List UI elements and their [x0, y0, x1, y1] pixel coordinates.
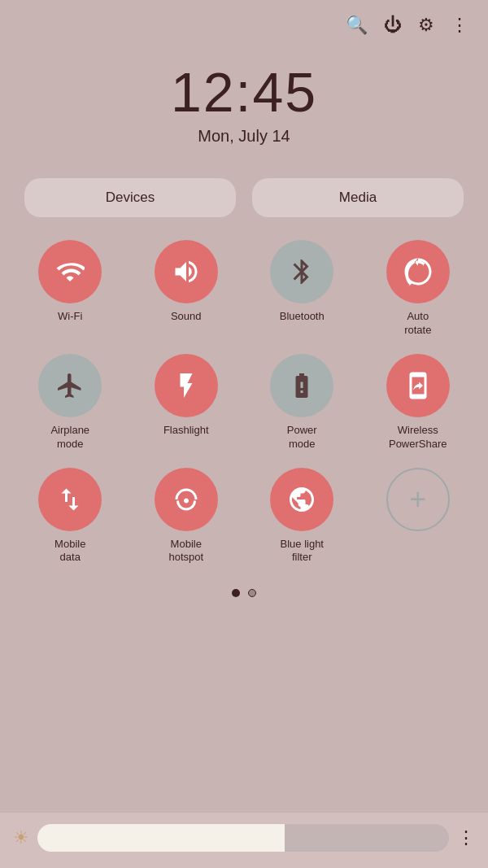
bluetooth-label: Bluetooth	[280, 310, 325, 324]
mobiledata-circle	[38, 468, 102, 531]
power-icon[interactable]: ⏻	[384, 15, 402, 36]
brightness-bar: ☀ ⋮	[0, 813, 488, 868]
autorotate-label: Autorotate	[404, 310, 431, 338]
wifi-label: Wi-Fi	[58, 310, 82, 324]
plus-icon: +	[409, 485, 426, 514]
clock-date: Mon, July 14	[0, 127, 488, 146]
page-dots	[0, 589, 488, 597]
clock-time: 12:45	[0, 60, 488, 124]
toggle-wireless[interactable]: WirelessPowerShare	[364, 354, 473, 451]
bluelight-label: Blue lightfilter	[281, 538, 324, 565]
toggle-airplane[interactable]: Airplanemode	[16, 354, 124, 451]
clock-section: 12:45 Mon, July 14	[0, 60, 488, 146]
airplane-circle	[38, 354, 102, 417]
toggle-bluetooth[interactable]: Bluetooth	[248, 240, 356, 338]
dot-1[interactable]	[232, 589, 240, 597]
brightness-fill	[37, 824, 285, 852]
toggle-mobiledata[interactable]: Mobiledata	[16, 468, 124, 565]
toggle-powermode[interactable]: Powermode	[248, 354, 356, 451]
toggle-wifi[interactable]: Wi-Fi	[16, 240, 124, 338]
media-button[interactable]: Media	[252, 178, 464, 217]
toggle-add[interactable]: +	[364, 468, 473, 565]
wireless-circle	[386, 354, 450, 417]
brightness-unfill	[285, 824, 449, 852]
toggle-bluelight[interactable]: Blue lightfilter	[248, 468, 356, 565]
top-icons-bar: 🔍 ⏻ ⚙ ⋮	[0, 0, 488, 36]
more-icon[interactable]: ⋮	[451, 15, 468, 36]
toggle-autorotate[interactable]: Autorotate	[364, 240, 473, 338]
flashlight-label: Flashlight	[163, 424, 209, 438]
powermode-label: Powermode	[287, 424, 317, 451]
dot-2[interactable]	[248, 589, 256, 597]
flashlight-circle	[155, 354, 218, 417]
settings-icon[interactable]: ⚙	[418, 15, 434, 36]
mobiledata-label: Mobiledata	[54, 538, 85, 565]
sound-label: Sound	[171, 310, 202, 324]
toggle-sound[interactable]: Sound	[133, 240, 241, 338]
brightness-icon: ☀	[13, 827, 29, 848]
autorotate-circle	[386, 240, 450, 303]
brightness-track[interactable]	[37, 824, 449, 852]
hotspot-label: Mobilehotspot	[168, 538, 203, 565]
sound-circle	[155, 240, 218, 303]
quick-buttons: Devices Media	[0, 178, 488, 217]
toggle-flashlight[interactable]: Flashlight	[133, 354, 241, 451]
bluetooth-circle	[270, 240, 333, 303]
devices-button[interactable]: Devices	[24, 178, 236, 217]
powermode-circle	[270, 354, 333, 417]
airplane-label: Airplanemode	[50, 424, 89, 451]
toggle-grid: Wi-Fi Sound Bluetooth Autorotate Airplan…	[0, 217, 488, 565]
wifi-circle	[38, 240, 102, 303]
hotspot-circle	[155, 468, 218, 531]
wireless-label: WirelessPowerShare	[389, 424, 447, 451]
search-icon[interactable]: 🔍	[346, 15, 368, 36]
bluelight-circle	[270, 468, 333, 531]
toggle-hotspot[interactable]: Mobilehotspot	[133, 468, 241, 565]
add-circle: +	[386, 468, 450, 531]
brightness-more-icon[interactable]: ⋮	[457, 827, 475, 848]
